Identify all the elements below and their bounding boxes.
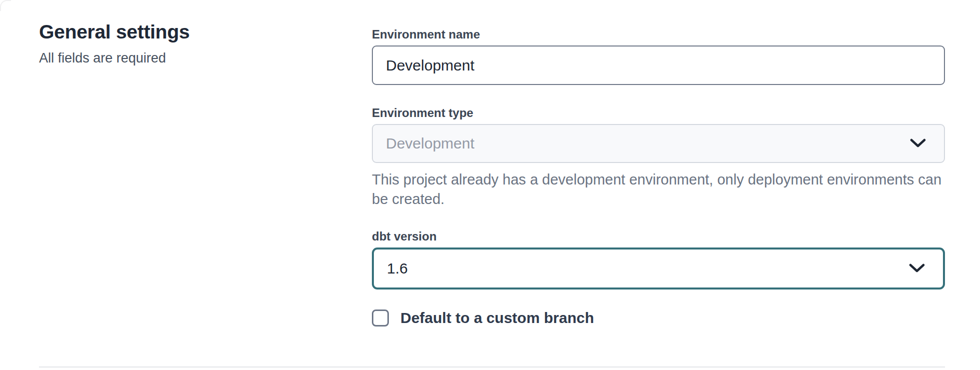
chevron-down-icon [910,138,926,148]
section-divider [39,366,945,368]
custom-branch-checkbox[interactable] [372,310,389,326]
custom-branch-row: Default to a custom branch [372,310,945,326]
card-corner-decoration [0,0,11,11]
environment-name-input[interactable] [372,46,945,85]
environment-type-select: Development [372,124,945,163]
environment-name-label: Environment name [372,28,945,42]
page-subtitle: All fields are required [39,50,319,66]
settings-intro-section: General settings All fields are required [39,20,319,66]
dbt-version-selected-value: 1.6 [387,260,408,277]
environment-type-selected-value: Development [386,135,474,152]
dbt-version-select[interactable]: 1.6 [372,248,945,290]
chevron-down-icon [909,264,925,274]
environment-type-label: Environment type [372,106,945,120]
environment-settings-form: Environment name Environment type Develo… [372,28,945,326]
dbt-version-label: dbt version [372,230,945,244]
custom-branch-label[interactable]: Default to a custom branch [400,310,594,326]
page-title: General settings [39,20,319,44]
environment-type-helper-text: This project already has a development e… [372,170,945,209]
